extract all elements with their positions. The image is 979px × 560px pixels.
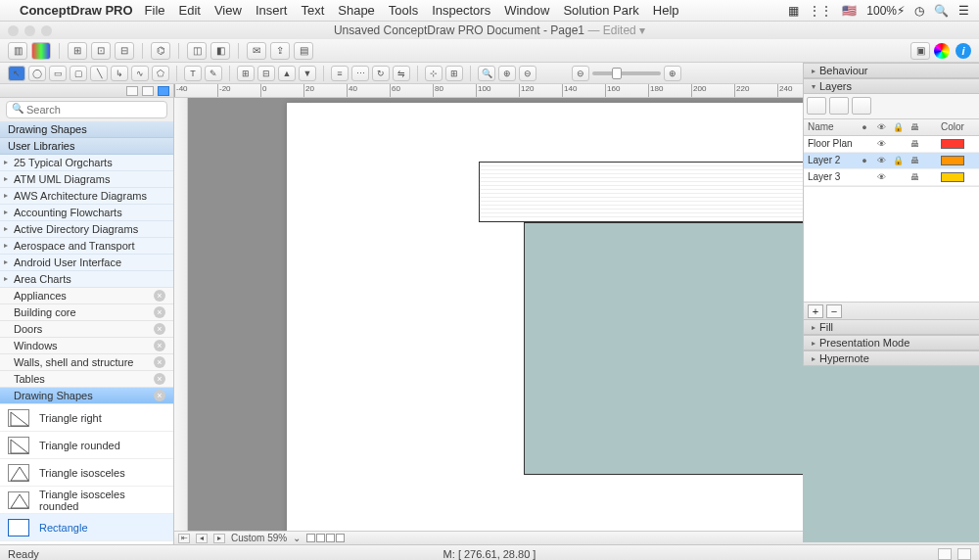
tb-shape2[interactable]: ◧ (210, 42, 230, 60)
shape-row[interactable]: Rectangle rounded (0, 541, 173, 544)
tool-line[interactable]: ╲ (90, 66, 108, 81)
zoom-chevron-icon[interactable]: ⌄ (293, 533, 301, 543)
lib-item[interactable]: ATM UML Diagrams (0, 171, 173, 188)
tb-slides[interactable]: ▤ (294, 42, 313, 60)
tb-chart3[interactable]: ⊟ (115, 42, 134, 60)
section-behaviour[interactable]: Behaviour (804, 63, 979, 78)
section-fill[interactable]: Fill (804, 319, 979, 335)
status-menu-icon[interactable]: ☰ (958, 4, 969, 18)
lib-sub[interactable]: Building core× (0, 304, 173, 321)
tool-align[interactable]: ≡ (331, 66, 349, 81)
menu-insert[interactable]: Insert (256, 3, 288, 18)
tb-org[interactable]: ⌬ (151, 42, 170, 60)
shape-row[interactable]: Triangle rounded (0, 432, 173, 459)
tb-chart2[interactable]: ⊡ (91, 42, 111, 60)
layer-tool-1[interactable] (807, 97, 826, 115)
status-battery[interactable]: 100% ⚡︎ (866, 4, 905, 18)
status-btn-1[interactable] (938, 548, 952, 560)
zoom-in-button[interactable]: ⊕ (664, 66, 681, 81)
menu-solution-park[interactable]: Solution Park (563, 3, 638, 18)
tool-zoomfit[interactable]: 🔍 (478, 66, 495, 81)
shape-row[interactable]: Triangle isosceles (0, 459, 173, 487)
tool-zoom100[interactable]: ⊕ (498, 66, 516, 81)
lib-item[interactable]: Accounting Flowcharts (0, 205, 173, 221)
lib-sub[interactable]: Doors× (0, 321, 173, 338)
tool-roundrect[interactable]: ▢ (70, 66, 87, 81)
layer-tool-3[interactable] (852, 97, 871, 115)
zoom-label[interactable]: Custom 59% (231, 533, 287, 543)
tool-flip[interactable]: ⇋ (393, 66, 410, 81)
traffic-min[interactable] (24, 25, 35, 36)
tool-rect[interactable]: ▭ (49, 66, 67, 81)
tool-curve[interactable]: ∿ (131, 66, 149, 81)
app-name[interactable]: ConceptDraw PRO (20, 3, 133, 18)
tool-connector[interactable]: ↳ (111, 66, 128, 81)
tool-front[interactable]: ▲ (278, 66, 296, 81)
ruler-vertical[interactable] (174, 98, 188, 531)
tb-send[interactable]: ✉ (247, 42, 266, 60)
tb-chart1[interactable]: ⊞ (68, 42, 87, 60)
tool-distribute[interactable]: ⋯ (351, 66, 369, 81)
page-prev[interactable]: ◂ (196, 534, 208, 543)
tool-rotate[interactable]: ↻ (372, 66, 390, 81)
layer-row[interactable]: Layer 2●👁🔒🖶 (804, 153, 979, 169)
sb-view-list[interactable] (126, 86, 138, 96)
sb-view-search[interactable] (158, 86, 169, 96)
menu-file[interactable]: File (145, 3, 165, 18)
section-presentation[interactable]: Presentation Mode (804, 335, 979, 350)
tool-pointer[interactable]: ↖ (8, 66, 25, 81)
page-first[interactable]: ⇤ (178, 534, 190, 543)
lib-sub[interactable]: Appliances× (0, 288, 173, 304)
menu-view[interactable]: View (214, 3, 242, 18)
shape-row-selected[interactable]: Rectangle (0, 514, 173, 541)
lib-item[interactable]: Area Charts (0, 271, 173, 288)
lib-sub[interactable]: Tables× (0, 371, 173, 388)
color-wheel-icon[interactable] (934, 43, 950, 59)
menu-shape[interactable]: Shape (338, 3, 375, 18)
zoom-out-button[interactable]: ⊖ (572, 66, 589, 81)
layer-row[interactable]: Floor Plan👁🖶 (804, 136, 979, 153)
layer-add-button[interactable]: + (808, 304, 823, 318)
tb-shape1[interactable]: ◫ (187, 42, 207, 60)
tool-snap[interactable]: ⊹ (425, 66, 443, 81)
lib-sub[interactable]: Windows× (0, 338, 173, 354)
menu-tools[interactable]: Tools (389, 3, 418, 18)
shape-row[interactable]: Triangle right (0, 404, 173, 432)
zoom-slider[interactable] (592, 71, 661, 75)
tool-edit[interactable]: ✎ (205, 66, 222, 81)
lib-item[interactable]: 25 Typical Orgcharts (0, 155, 173, 171)
page-thumbs[interactable] (306, 534, 345, 542)
lib-header-user-libraries[interactable]: User Libraries (0, 138, 173, 155)
lib-item[interactable]: AWS Architecture Diagrams (0, 188, 173, 205)
tool-back[interactable]: ▼ (299, 66, 316, 81)
window-edited[interactable]: — Edited ▾ (587, 23, 645, 37)
tb-export[interactable]: ⇪ (270, 42, 290, 60)
tool-grid[interactable]: ⊞ (445, 66, 463, 81)
section-hypernote[interactable]: Hypernote (804, 350, 979, 366)
layer-row[interactable]: Layer 3👁🖶 (804, 169, 979, 186)
tool-poly[interactable]: ⬠ (152, 66, 169, 81)
status-search-icon[interactable]: 🔍 (934, 4, 949, 18)
menu-window[interactable]: Window (504, 3, 549, 18)
menu-text[interactable]: Text (301, 3, 324, 18)
status-clock-icon[interactable]: ◷ (914, 4, 924, 18)
lib-header-drawing-shapes[interactable]: Drawing Shapes (0, 121, 173, 138)
info-icon[interactable]: i (956, 43, 971, 59)
tool-group[interactable]: ⊞ (237, 66, 255, 81)
status-wifi-icon[interactable]: ⋮⋮ (809, 4, 832, 18)
traffic-close[interactable] (8, 25, 19, 36)
lib-item[interactable]: Aerospace and Transport (0, 238, 173, 255)
tool-ungroup[interactable]: ⊟ (257, 66, 275, 81)
menu-help[interactable]: Help (653, 3, 679, 18)
lib-item[interactable]: Active Directory Diagrams (0, 221, 173, 238)
tb-present[interactable]: ▣ (910, 42, 930, 60)
traffic-max[interactable] (41, 25, 52, 36)
menu-inspectors[interactable]: Inspectors (432, 3, 490, 18)
layer-remove-button[interactable]: − (826, 304, 842, 318)
search-input[interactable] (6, 101, 167, 118)
tool-ellipse[interactable]: ◯ (28, 66, 46, 81)
layer-tool-2[interactable] (829, 97, 849, 115)
sb-view-grid[interactable] (142, 86, 154, 96)
page-next[interactable]: ▸ (213, 534, 225, 543)
lib-sub-active[interactable]: Drawing Shapes× (0, 388, 173, 404)
